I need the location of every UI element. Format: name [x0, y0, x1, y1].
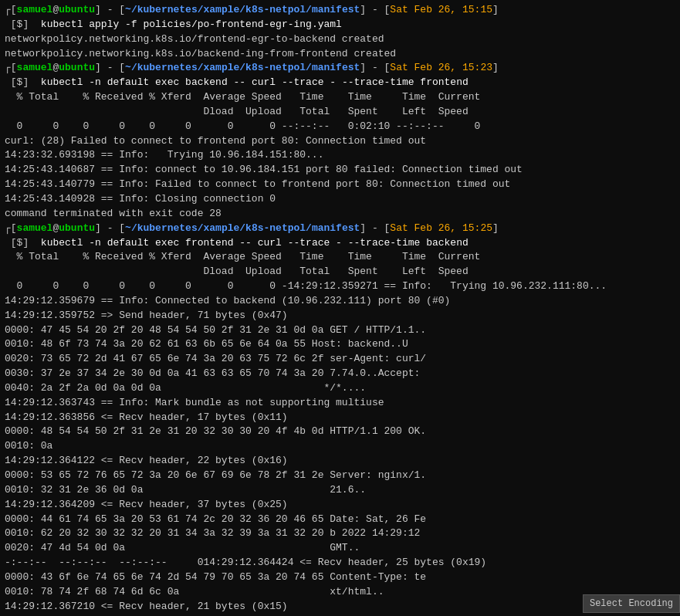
select-encoding-button[interactable]: Select Encoding	[583, 594, 680, 613]
terminal-line: 0010: 48 6f 73 74 3a 20 62 61 63 6b 65 6…	[5, 337, 675, 352]
terminal-line: curl: (28) Failed to connect to frontend…	[5, 134, 675, 149]
terminal-line: 0000: 53 65 72 76 65 72 3a 20 6e 67 69 6…	[5, 469, 675, 483]
terminal-line: 14:25:43.140779 == Info: Failed to conne…	[5, 178, 675, 192]
terminal-line: 0040: 2a 2f 2a 0d 0a 0d 0a */*....	[5, 381, 675, 396]
terminal-line: 0020: 47 4d 54 0d 0a GMT..	[5, 541, 675, 556]
terminal-line: 14:29:12.367210 <= Recv header, 21 bytes…	[5, 600, 675, 614]
terminal-line: command terminated with exit code 28	[5, 207, 675, 222]
terminal-line: Dload Upload Total Spent Left Speed	[5, 265, 675, 279]
terminal-line: 14:29:12.363743 == Info: Mark bundle as …	[5, 396, 675, 411]
terminal-line: [$] kubectl apply -f policies/po-fronten…	[5, 18, 675, 32]
terminal-line: 0000: 44 61 74 65 3a 20 53 61 74 2c 20 3…	[5, 513, 675, 527]
terminal-line: % Total % Received % Xferd Average Speed…	[5, 250, 675, 265]
terminal: ┌[samuel@ubuntu] - [~/kubernetes/xample/…	[0, 0, 680, 616]
terminal-line: 0010: 32 31 2e 36 0d 0a 21.6..	[5, 483, 675, 498]
terminal-line: 0 0 0 0 0 0 0 0 --:--:-- 0:02:10 --:--:-…	[5, 120, 675, 134]
terminal-line: 0010: 78 74 2f 68 74 6d 6c 0a xt/html..	[5, 585, 675, 600]
terminal-line: 0020: 73 65 72 2d 41 67 65 6e 74 3a 20 6…	[5, 352, 675, 367]
terminal-line: 14:29:12.364122 <= Recv header, 22 bytes…	[5, 454, 675, 469]
terminal-output: ┌[samuel@ubuntu] - [~/kubernetes/xample/…	[5, 3, 675, 616]
terminal-line: 14:29:12.359679 == Info: Connected to ba…	[5, 294, 675, 309]
terminal-line: 0030: 37 2e 37 34 2e 30 0d 0a 41 63 63 6…	[5, 367, 675, 381]
terminal-line: [$] kubectl -n default exec frontend -- …	[5, 236, 675, 251]
terminal-line: ┌[samuel@ubuntu] - [~/kubernetes/xample/…	[5, 222, 675, 236]
terminal-line: 14:25:43.140687 == Info: connect to 10.9…	[5, 163, 675, 178]
terminal-line: networkpolicy.networking.k8s.io/frontend…	[5, 32, 675, 47]
terminal-line: 0000: 48 54 54 50 2f 31 2e 31 20 32 30 3…	[5, 425, 675, 439]
terminal-line: networkpolicy.networking.k8s.io/backend-…	[5, 47, 675, 62]
terminal-line: % Total % Received % Xferd Average Speed…	[5, 90, 675, 105]
terminal-line: ┌[samuel@ubuntu] - [~/kubernetes/xample/…	[5, 61, 675, 76]
terminal-line: 0010: 0a	[5, 439, 675, 454]
terminal-line: [$] kubectl -n default exec backend -- c…	[5, 76, 675, 90]
terminal-line: -:--:-- --:--:-- --:--:-- 014:29:12.3644…	[5, 556, 675, 570]
terminal-line: 14:29:12.359752 => Send header, 71 bytes…	[5, 309, 675, 323]
terminal-line: ┌[samuel@ubuntu] - [~/kubernetes/xample/…	[5, 3, 675, 18]
terminal-line: 0 0 0 0 0 0 0 0 -14:29:12.359271 == Info…	[5, 279, 675, 294]
terminal-line: 0000: 43 6f 6e 74 65 6e 74 2d 54 79 70 6…	[5, 570, 675, 585]
terminal-line: 14:29:12.363856 <= Recv header, 17 bytes…	[5, 411, 675, 425]
terminal-line: 14:23:32.693198 == Info: Trying 10.96.18…	[5, 148, 675, 163]
terminal-line: 0000: 47 45 54 20 2f 20 48 54 54 50 2f 3…	[5, 323, 675, 338]
terminal-line: 0010: 62 20 32 30 32 32 20 31 34 3a 32 3…	[5, 526, 675, 541]
terminal-line: 14:29:12.364209 <= Recv header, 37 bytes…	[5, 498, 675, 513]
terminal-line: 14:25:43.140928 == Info: Closing connect…	[5, 192, 675, 207]
terminal-line: Dload Upload Total Spent Left Speed	[5, 105, 675, 120]
